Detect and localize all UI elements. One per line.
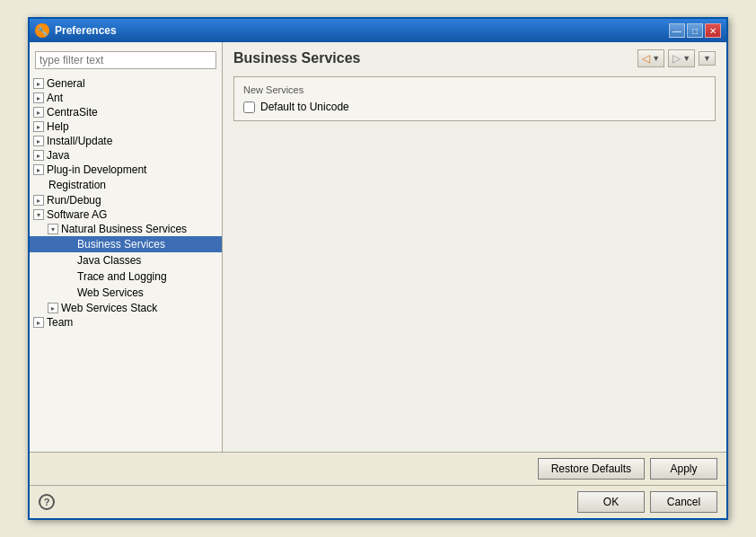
expand-icon-trace-logging bbox=[62, 269, 76, 284]
sidebar-item-help[interactable]: ▸Help bbox=[30, 119, 222, 134]
new-services-label: New Services bbox=[243, 84, 706, 95]
sidebar-item-plugin-dev[interactable]: ▸Plug-in Development bbox=[30, 163, 222, 177]
sidebar-item-business-services[interactable]: Business Services bbox=[30, 236, 222, 252]
sidebar-label-web-services-stack: Web Services Stack bbox=[61, 302, 157, 314]
expand-icon-natural-business: ▾ bbox=[48, 224, 58, 234]
back-dropdown-icon[interactable]: ▼ bbox=[652, 54, 660, 63]
sidebar-item-ant[interactable]: ▸Ant bbox=[30, 91, 222, 105]
sidebar-item-run-debug[interactable]: ▸Run/Debug bbox=[30, 193, 222, 207]
window-icon: 🔧 bbox=[35, 23, 49, 38]
expand-icon-web-services-stack: ▸ bbox=[48, 303, 58, 313]
maximize-button[interactable]: □ bbox=[687, 23, 703, 38]
sidebar-label-help: Help bbox=[47, 120, 69, 133]
sidebar-item-natural-business[interactable]: ▾Natural Business Services bbox=[30, 222, 222, 236]
sidebar-label-business-services: Business Services bbox=[77, 238, 165, 251]
footer-bar: ? OK Cancel bbox=[30, 485, 726, 518]
sidebar-item-java-classes[interactable]: Java Classes bbox=[30, 252, 222, 268]
sidebar-label-centrasite: CentraSite bbox=[47, 106, 98, 119]
sidebar-item-web-services-stack[interactable]: ▸Web Services Stack bbox=[30, 301, 222, 315]
content-panel: Business Services ◁ ▼ ▷ ▼ ▼ bbox=[223, 42, 726, 452]
sidebar-label-install-update: Install/Update bbox=[47, 135, 112, 147]
expand-icon-java: ▸ bbox=[33, 150, 44, 161]
sidebar-label-java-classes: Java Classes bbox=[77, 254, 141, 267]
window-title: Preferences bbox=[55, 24, 117, 37]
expand-icon-run-debug: ▸ bbox=[33, 195, 44, 206]
sidebar-item-java[interactable]: ▸Java bbox=[30, 148, 222, 163]
help-icon[interactable]: ? bbox=[39, 494, 55, 510]
sidebar: ▸General▸Ant▸CentraSite▸Help▸Install/Upd… bbox=[30, 42, 223, 452]
sidebar-item-web-services[interactable]: Web Services bbox=[30, 285, 222, 301]
expand-icon-centrasite: ▸ bbox=[33, 107, 44, 118]
content-header: Business Services ◁ ▼ ▷ ▼ ▼ bbox=[233, 49, 716, 67]
default-unicode-checkbox[interactable] bbox=[243, 101, 255, 113]
back-arrow-icon: ◁ bbox=[642, 52, 650, 65]
title-buttons: — □ ✕ bbox=[669, 23, 721, 38]
sidebar-item-general[interactable]: ▸General bbox=[30, 76, 222, 91]
expand-icon-business-services bbox=[62, 237, 76, 251]
new-services-section: New Services Default to Unicode bbox=[233, 76, 716, 121]
bottom-bar: Restore Defaults Apply bbox=[30, 452, 726, 485]
sidebar-label-java: Java bbox=[47, 149, 69, 162]
sidebar-item-software-ag[interactable]: ▾Software AG bbox=[30, 207, 222, 222]
forward-arrow-icon: ▷ bbox=[672, 52, 681, 65]
close-button[interactable]: ✕ bbox=[705, 23, 721, 38]
ok-button[interactable]: OK bbox=[577, 491, 645, 513]
expand-icon-plugin-dev: ▸ bbox=[33, 164, 44, 175]
forward-button[interactable]: ▷ ▼ bbox=[668, 49, 695, 67]
sidebar-label-plugin-dev: Plug-in Development bbox=[47, 163, 146, 176]
expand-icon-team: ▸ bbox=[33, 317, 44, 328]
sidebar-item-team[interactable]: ▸Team bbox=[30, 315, 222, 330]
sidebar-label-trace-logging: Trace and Logging bbox=[77, 270, 167, 283]
expand-icon-install-update: ▸ bbox=[33, 136, 44, 146]
content-title: Business Services bbox=[233, 50, 360, 66]
default-unicode-label: Default to Unicode bbox=[260, 101, 349, 113]
expand-icon-software-ag: ▾ bbox=[33, 209, 44, 220]
expand-icon-general: ▸ bbox=[33, 78, 44, 89]
title-bar-left: 🔧 Preferences bbox=[35, 23, 117, 38]
sidebar-label-web-services: Web Services bbox=[77, 286, 144, 299]
footer-actions: OK Cancel bbox=[577, 491, 717, 513]
sidebar-label-general: General bbox=[47, 77, 85, 90]
apply-button[interactable]: Apply bbox=[650, 458, 717, 480]
sidebar-label-registration: Registration bbox=[48, 179, 106, 191]
sidebar-item-centrasite[interactable]: ▸CentraSite bbox=[30, 105, 222, 119]
expand-icon-web-services bbox=[62, 286, 76, 300]
sidebar-item-trace-logging[interactable]: Trace and Logging bbox=[30, 268, 222, 285]
expand-icon-java-classes bbox=[62, 253, 76, 268]
menu-button[interactable]: ▼ bbox=[699, 51, 716, 66]
sidebar-label-natural-business: Natural Business Services bbox=[61, 223, 187, 235]
preferences-window: 🔧 Preferences — □ ✕ ▸General▸Ant▸CentraS… bbox=[28, 17, 728, 520]
back-button[interactable]: ◁ ▼ bbox=[637, 49, 664, 67]
menu-dropdown-icon: ▼ bbox=[703, 54, 711, 63]
sidebar-label-run-debug: Run/Debug bbox=[47, 194, 101, 207]
sidebar-item-registration[interactable]: Registration bbox=[30, 177, 222, 193]
sidebar-label-software-ag: Software AG bbox=[47, 208, 107, 221]
expand-icon-ant: ▸ bbox=[33, 92, 44, 103]
tree-container: ▸General▸Ant▸CentraSite▸Help▸Install/Upd… bbox=[30, 76, 222, 330]
sidebar-label-team: Team bbox=[47, 316, 73, 329]
nav-buttons: ◁ ▼ ▷ ▼ ▼ bbox=[637, 49, 716, 67]
window-content: ▸General▸Ant▸CentraSite▸Help▸Install/Upd… bbox=[30, 42, 726, 518]
restore-defaults-button[interactable]: Restore Defaults bbox=[538, 458, 645, 480]
cancel-button[interactable]: Cancel bbox=[650, 491, 717, 513]
sidebar-item-install-update[interactable]: ▸Install/Update bbox=[30, 134, 222, 148]
forward-dropdown-icon[interactable]: ▼ bbox=[682, 54, 690, 63]
main-area: ▸General▸Ant▸CentraSite▸Help▸Install/Upd… bbox=[30, 42, 726, 452]
title-bar: 🔧 Preferences — □ ✕ bbox=[30, 19, 726, 42]
expand-icon-help: ▸ bbox=[33, 121, 44, 132]
default-unicode-row: Default to Unicode bbox=[243, 101, 706, 113]
filter-input[interactable] bbox=[35, 51, 216, 69]
sidebar-label-ant: Ant bbox=[47, 92, 63, 104]
expand-icon-registration bbox=[33, 178, 48, 192]
minimize-button[interactable]: — bbox=[669, 23, 685, 38]
